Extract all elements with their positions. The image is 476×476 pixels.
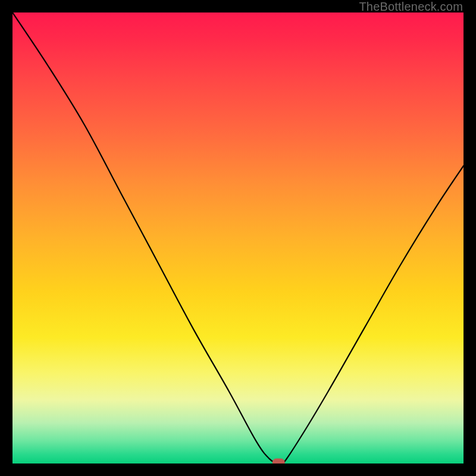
- plot-area: [12, 12, 464, 464]
- bottleneck-curve: [12, 12, 464, 464]
- watermark-text: TheBottleneck.com: [359, 0, 463, 14]
- curve-svg: [12, 12, 464, 464]
- bottleneck-marker: [273, 459, 284, 464]
- chart-stage: TheBottleneck.com: [0, 0, 476, 476]
